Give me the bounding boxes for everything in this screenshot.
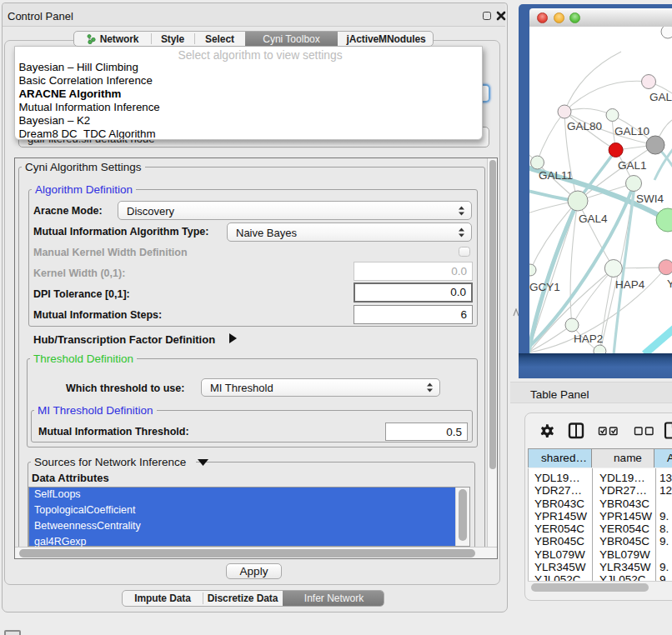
svg-text:YD: YD	[667, 278, 672, 290]
svg-text:SWI4: SWI4	[636, 192, 664, 205]
svg-text:GAL7: GAL7	[649, 91, 672, 103]
svg-text:HAP2: HAP2	[574, 332, 603, 345]
svg-text:GAL11: GAL11	[539, 169, 573, 182]
svg-text:GAL4: GAL4	[579, 212, 608, 225]
svg-text:GAL10: GAL10	[614, 125, 649, 138]
svg-text:GAL1: GAL1	[618, 159, 647, 172]
svg-text:GAL80: GAL80	[567, 120, 602, 132]
svg-text:GCY1: GCY1	[529, 281, 560, 293]
svg-text:HAP4: HAP4	[615, 278, 645, 291]
